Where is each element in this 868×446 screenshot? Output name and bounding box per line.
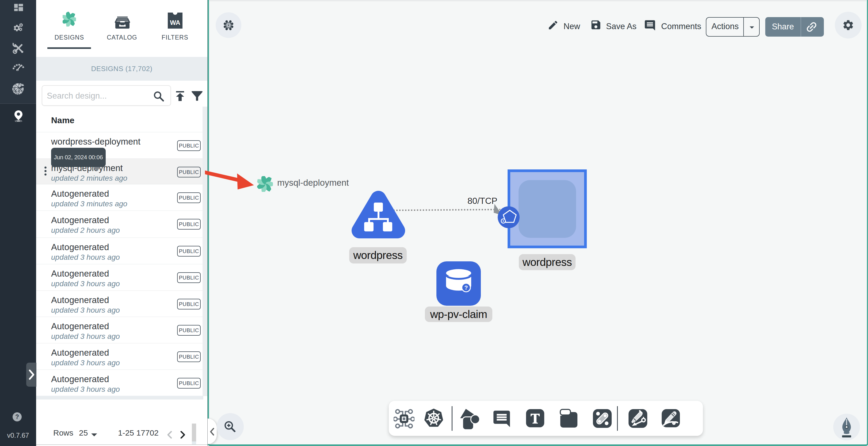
svg-text:?: ? [464,284,468,291]
svg-text:WA: WA [170,19,180,26]
svg-text:?: ? [15,413,19,420]
